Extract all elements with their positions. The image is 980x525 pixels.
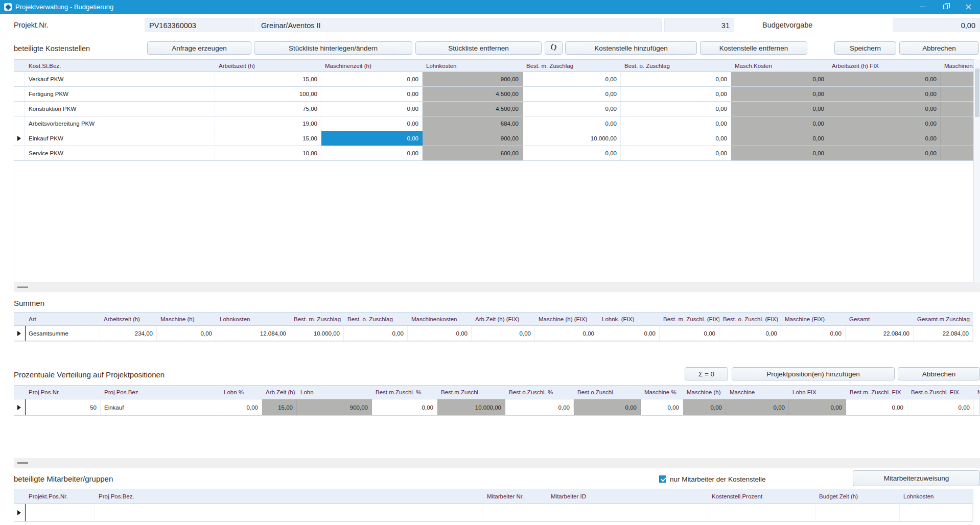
- speichern-button[interactable]: Speichern: [834, 41, 896, 55]
- cell-arbeitszeit[interactable]: 75,00: [215, 102, 321, 116]
- cell-arbeitszeit-fix[interactable]: 0,00: [828, 102, 941, 116]
- cell-budget-zeit[interactable]: [815, 504, 900, 521]
- anfrage-erzeugen-button[interactable]: Anfrage erzeugen: [147, 41, 251, 55]
- cell-maschine-fix[interactable]: 0,00: [781, 326, 846, 341]
- cell-arbeitszeit-fix[interactable]: 0,00: [828, 116, 941, 131]
- cell-maschine-pct[interactable]: 0,00: [641, 399, 683, 415]
- cell-arbeitszeit[interactable]: 15,00: [215, 72, 321, 86]
- cell-lohnkosten[interactable]: 900,00: [423, 72, 523, 86]
- cell-best-m-zuschlag[interactable]: 0,00: [523, 72, 621, 86]
- cell-masch-kosten[interactable]: 0,00: [731, 116, 828, 131]
- cell-maschinenzeit[interactable]: 0,00: [321, 87, 423, 101]
- cell-kostenstell-prozent[interactable]: [708, 504, 815, 521]
- budget-field[interactable]: 0,00: [893, 18, 980, 32]
- cell-best-o-zuschlag[interactable]: 0,00: [621, 102, 731, 116]
- cell-best-o-zuschlag[interactable]: 0,00: [621, 131, 731, 146]
- cell-gesamt-m-zuschlag[interactable]: 22.084,00: [914, 326, 973, 341]
- cell-kostenstelle[interactable]: Arbeitsvorbereitung PKW: [25, 116, 215, 131]
- cell-maschine-h[interactable]: 0,00: [683, 399, 726, 415]
- cell-proj-pos-bez[interactable]: [95, 504, 483, 521]
- kostenstelle-hinzufuegen-button[interactable]: Kostenstelle hinzufügen: [565, 41, 697, 55]
- mitarbeiterzuweisung-button[interactable]: Mitarbeiterzuweisung: [853, 470, 980, 486]
- cell-best-m-zuschlag[interactable]: 0,00: [523, 87, 621, 101]
- stueckliste-hinterlegen-button[interactable]: Stückliste hinterlegen/ändern: [254, 41, 412, 55]
- cell-arbeitszeit[interactable]: 15,00: [215, 131, 321, 146]
- cell-maschinenkosten[interactable]: 0,00: [408, 326, 472, 341]
- cell-best-o-zuschlag[interactable]: 0,00: [621, 116, 731, 131]
- cell-lohnkosten[interactable]: 900,00: [423, 131, 523, 146]
- cell-lohnkosten[interactable]: [900, 504, 973, 521]
- cell-kostenstelle[interactable]: Verkauf PKW: [25, 72, 215, 86]
- cell-masch-kosten[interactable]: 0,00: [731, 72, 828, 86]
- cell-projekt-pos-nr[interactable]: [25, 504, 95, 521]
- nur-mitarbeiter-checkbox[interactable]: [659, 475, 666, 483]
- cell-kostenstelle[interactable]: Service PKW: [25, 146, 215, 160]
- cell-best-o-zuschlag[interactable]: 0,00: [344, 326, 408, 341]
- cell-best-o-zuschl-pct[interactable]: 0,00: [505, 399, 574, 415]
- cell-maschinenzeit[interactable]: 0,00: [321, 102, 423, 116]
- cell-arbeitszeit[interactable]: 10,00: [215, 146, 321, 160]
- cell-maschine-h[interactable]: 0,00: [157, 326, 216, 341]
- cell-lohnkosten[interactable]: 684,00: [423, 116, 523, 131]
- cell-arbeitszeit[interactable]: 100,00: [215, 87, 321, 101]
- cell-best-o-zuschl[interactable]: 0,00: [574, 399, 641, 415]
- cell-lohnkosten[interactable]: 600,00: [423, 146, 523, 160]
- cell-lohnkosten[interactable]: 4.500,00: [423, 87, 523, 101]
- cell-maschine-h-fix[interactable]: 0,00: [535, 326, 598, 341]
- cell-best-o-zuschlag[interactable]: 0,00: [621, 72, 731, 86]
- cell-gesamt[interactable]: 22.084,00: [846, 326, 914, 341]
- cell-lohnkosten[interactable]: 4.500,00: [423, 102, 523, 116]
- close-icon[interactable]: [957, 0, 980, 14]
- cell-mitarbeiter-id[interactable]: [547, 504, 708, 521]
- project-id-field[interactable]: 31: [664, 18, 734, 32]
- cell-maschine-fix[interactable]: [974, 399, 979, 415]
- cell-mitarbeiter-nr[interactable]: [483, 504, 547, 521]
- project-name-field[interactable]: Greinar/Aventos II: [256, 18, 662, 32]
- cell-best-m-zuschl[interactable]: 10.000,00: [437, 399, 505, 415]
- splitter-handle[interactable]: [14, 282, 980, 292]
- kostenstelle-entfernen-button[interactable]: Kostenstelle entfernen: [700, 41, 807, 55]
- cell-arbeitszeit[interactable]: 19,00: [215, 116, 321, 131]
- cell-best-m-zuschlag[interactable]: 0,00: [523, 146, 621, 160]
- cell-arbeitszeit-fix[interactable]: 0,00: [828, 131, 941, 146]
- cell-proj-pos-nr[interactable]: 50: [25, 399, 101, 415]
- project-number-field[interactable]: PV163360003: [145, 18, 255, 32]
- cell-best-m-zuschlag[interactable]: 10.000,00: [523, 131, 621, 146]
- cell-best-m-zuschl-pct[interactable]: 0,00: [372, 399, 437, 415]
- selected-cell-maschinenzeit[interactable]: 0,00: [321, 131, 423, 146]
- cell-best-o-zuschl-fix[interactable]: 0,00: [719, 326, 781, 341]
- cell-lohn[interactable]: 900,00: [297, 399, 372, 415]
- cell-arbeitszeit-fix[interactable]: 0,00: [828, 87, 941, 101]
- cell-kostenstelle[interactable]: Einkauf PKW: [25, 131, 215, 146]
- cell-kostenstelle[interactable]: Konstruktion PKW: [25, 102, 215, 116]
- cell-kostenstelle[interactable]: Fertigung PKW: [25, 87, 215, 101]
- cell-best-m-zuschlag[interactable]: 0,00: [523, 102, 621, 116]
- cell-best-m-zuschl-fix[interactable]: 0,00: [846, 399, 907, 415]
- cell-masch-kosten[interactable]: 0,00: [731, 102, 828, 116]
- cell-lohn-fix[interactable]: 0,00: [789, 399, 846, 415]
- cell-maschinenzeit[interactable]: 0,00: [321, 116, 423, 131]
- refresh-button[interactable]: [545, 41, 563, 55]
- cell-masch-kosten[interactable]: 0,00: [731, 87, 828, 101]
- cell-lohnkosten[interactable]: 12.084,00: [216, 326, 290, 341]
- vertical-scrollbar[interactable]: [973, 59, 980, 282]
- restore-icon[interactable]: [934, 0, 957, 14]
- cell-arbzeit[interactable]: 15,00: [262, 399, 297, 415]
- cell-best-o-zuschlag[interactable]: 0,00: [621, 87, 731, 101]
- cell-arbeitszeit-fix[interactable]: 0,00: [828, 146, 941, 160]
- cell-best-m-zuschlag[interactable]: 10.000,00: [290, 326, 344, 341]
- cell-maschinenzeit[interactable]: 0,00: [321, 72, 423, 86]
- cell-arbeitszeit-fix[interactable]: 0,00: [828, 72, 941, 86]
- cell-maschinenzeit[interactable]: 0,00: [321, 146, 423, 160]
- projektposition-hinzufuegen-button[interactable]: Projektposition(en) hinzufügen: [732, 367, 895, 380]
- cell-masch-kosten[interactable]: 0,00: [731, 131, 828, 146]
- cell-proj-pos-bez[interactable]: Einkauf: [101, 399, 220, 415]
- cell-best-m-zuschlag[interactable]: 0,00: [523, 116, 621, 131]
- cell-best-o-zuschl-fix[interactable]: 0,00: [907, 399, 974, 415]
- cell-maschine[interactable]: 0,00: [726, 399, 789, 415]
- cell-arbzeit-fix[interactable]: 0,00: [472, 326, 535, 341]
- stueckliste-entfernen-button[interactable]: Stückliste entfernen: [415, 41, 542, 55]
- cell-best-o-zuschlag[interactable]: 0,00: [621, 146, 731, 160]
- scrollbar-thumb[interactable]: [975, 68, 979, 117]
- cell-best-m-zuschl-fix[interactable]: 0,00: [660, 326, 719, 341]
